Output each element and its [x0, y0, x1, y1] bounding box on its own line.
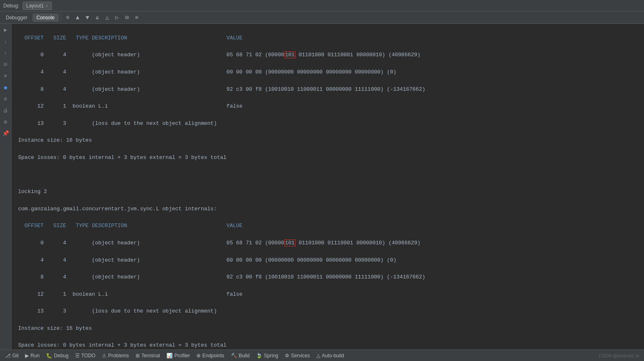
bottom-btn-problems[interactable]: ⚠ Problems [99, 352, 132, 359]
sidebar-step-over[interactable]: ▶ [1, 25, 10, 34]
run-label: Run [30, 353, 39, 359]
sidebar-pin[interactable]: 📌 [1, 129, 10, 138]
spring-label: Spring [264, 353, 278, 359]
spring-icon: 🍃 [256, 353, 262, 359]
row-8-1: 8 4 (object header) 92 c3 00 f8 (1001001… [18, 85, 637, 94]
debug-label: Debug [54, 353, 68, 359]
sidebar-breakpoints[interactable]: ◉ [1, 83, 10, 92]
terminal-icon: ⊞ [136, 353, 140, 359]
bottom-btn-run[interactable]: ▶ Run [22, 352, 43, 359]
sidebar-step-down[interactable]: ↓ [1, 37, 10, 46]
toolbar-btn-menu[interactable]: ≡ [63, 13, 72, 22]
toolbar-btn-grid[interactable]: ⊟ [122, 13, 132, 22]
debug-icon: 🐛 [46, 353, 52, 359]
git-label: Git [12, 353, 18, 359]
title-bar: Debug: Layout1 × [0, 0, 644, 11]
space-losses-2: Space losses: 0 bytes internal + 3 bytes… [18, 341, 637, 350]
todo-label: TODO [81, 353, 95, 359]
sidebar-force-step[interactable]: ⊟ [1, 60, 10, 69]
bottom-btn-auto-build[interactable]: △ Auto-build [313, 352, 347, 359]
sidebar-print[interactable]: 🖨 [1, 106, 10, 115]
endpoints-icon: ⊕ [196, 353, 201, 359]
toolbar-btn-play[interactable]: ▷ [113, 13, 122, 22]
tab-debugger[interactable]: Debugger [2, 14, 32, 22]
bottom-btn-build[interactable]: 🔨 Build [228, 352, 253, 359]
services-icon: ⚙ [285, 353, 289, 359]
row-12-1: 12 1 boolean L.i false [18, 102, 637, 111]
profiler-label: Profiler [174, 353, 190, 359]
todo-icon: ☰ [75, 353, 80, 359]
services-label: Services [291, 353, 310, 359]
locking-2: locking 2 [18, 188, 637, 196]
col-header-2: OFFSET SIZE TYPE DESCRIPTION VALUE [18, 222, 637, 230]
row-12-2: 12 1 boolean L.i false [18, 290, 637, 299]
sidebar-step-up[interactable]: ↑ [1, 48, 10, 57]
terminal-label: Terminal [141, 353, 160, 359]
close-icon[interactable]: × [45, 3, 48, 8]
instance-size-2: Instance size: 16 bytes [18, 324, 637, 333]
row-13-1: 13 3 (loss due to the next object alignm… [18, 120, 637, 128]
toolbar-btn-list[interactable]: ≡ [132, 13, 141, 22]
auto-build-icon: △ [316, 353, 320, 359]
toolbar-separator [61, 14, 61, 21]
code-block-1: OFFSET SIZE TYPE DESCRIPTION VALUE 0 4 (… [12, 25, 644, 350]
debug-label: Debug: [3, 3, 19, 9]
bottom-btn-profiler[interactable]: 📊 Profiler [163, 352, 193, 359]
git-icon: ⎇ [5, 353, 11, 359]
console-output[interactable]: OFFSET SIZE TYPE DESCRIPTION VALUE 0 4 (… [12, 24, 644, 350]
layout-tab[interactable]: Layout1 × [23, 2, 52, 10]
build-icon: 🔨 [231, 353, 237, 359]
problems-icon: ⚠ [102, 353, 106, 359]
toolbar: Debugger Console ≡ ▲ ▼ ⇊ △ ▷ ⊟ ≡ [0, 11, 644, 24]
row-4-2: 4 4 (object header) 00 00 00 00 (0000000… [18, 256, 637, 265]
toolbar-btn-up[interactable]: ▲ [73, 13, 82, 22]
row-4-1: 4 4 (object header) 00 00 00 00 (0000000… [18, 68, 637, 77]
sidebar-settings[interactable]: ⚙ [1, 117, 10, 126]
run-icon: ▶ [25, 353, 29, 359]
sidebar-smart-step[interactable]: ≡ [1, 71, 10, 80]
bottom-btn-endpoints[interactable]: ⊕ Endpoints [193, 352, 227, 359]
tab-console-label: Console [37, 15, 55, 21]
toolbar-btn-down[interactable]: ▼ [83, 13, 92, 22]
highlight-101-1: 101 [284, 51, 295, 58]
bottom-btn-debug[interactable]: 🐛 Debug [43, 352, 72, 359]
endpoints-label: Endpoints [202, 353, 224, 359]
problems-label: Problems [108, 353, 129, 359]
tab-debugger-label: Debugger [6, 15, 28, 21]
toolbar-btn-step-over[interactable]: ⇊ [93, 13, 102, 22]
bottom-btn-spring[interactable]: 🍃 Spring [253, 352, 282, 359]
class-internals-2: com.ganzalang.gmall.concurrentart.jvm.sy… [18, 205, 637, 214]
bottom-btn-git[interactable]: ⎇ Git [2, 352, 22, 359]
row-0-1: 0 4 (object header) 05 68 71 02 (0000010… [18, 51, 637, 60]
bottom-btn-services[interactable]: ⚙ Services [282, 352, 313, 359]
toolbar-btn-resume[interactable]: △ [103, 13, 112, 22]
bottom-btn-terminal[interactable]: ⊞ Terminal [132, 352, 163, 359]
sidebar-mute[interactable]: ⊘ [1, 94, 10, 103]
row-13-2: 13 3 (loss due to the next object alignm… [18, 307, 637, 316]
col-header-1: OFFSET SIZE TYPE DESCRIPTION VALUE [18, 34, 637, 43]
row-8-2: 8 4 (object header) 92 c3 00 f8 (1001001… [18, 273, 637, 282]
watermark: CSDN @Android_la [599, 353, 642, 358]
tab-console[interactable]: Console [32, 14, 59, 22]
row-0-2: 0 4 (object header) 05 68 71 02 (0000010… [18, 239, 637, 248]
layout-tab-name: Layout1 [26, 3, 44, 9]
instance-size-1: Instance size: 16 bytes [18, 136, 637, 145]
profiler-icon: 📊 [166, 353, 173, 359]
main-area: ▶ ↓ ↑ ⊟ ≡ ◉ ⊘ 🖨 ⚙ 📌 OFFSET SIZE TYPE DES… [0, 24, 644, 350]
bottom-btn-todo[interactable]: ☰ TODO [72, 352, 99, 359]
left-sidebar: ▶ ↓ ↑ ⊟ ≡ ◉ ⊘ 🖨 ⚙ 📌 [0, 24, 12, 350]
build-label: Build [239, 353, 250, 359]
bottom-bar: ⎇ Git ▶ Run 🐛 Debug ☰ TODO ⚠ Problems ⊞ … [0, 350, 644, 361]
blank-1 [18, 171, 637, 179]
highlight-101-2: 101 [284, 239, 295, 246]
auto-build-label: Auto-build [322, 353, 344, 359]
space-losses-1: Space losses: 0 bytes internal + 3 bytes… [18, 154, 637, 162]
